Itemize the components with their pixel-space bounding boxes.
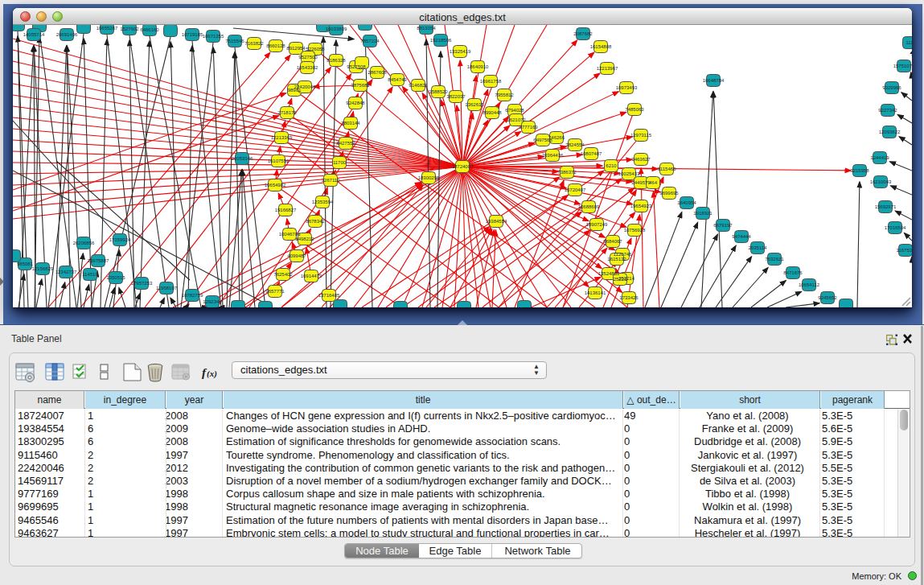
svg-text:12973115: 12973115	[630, 133, 652, 138]
svg-text:16543382: 16543382	[297, 65, 318, 70]
svg-text:15720407: 15720407	[565, 187, 586, 192]
svg-text:1918921: 1918921	[693, 211, 713, 216]
svg-text:19384554: 19384554	[486, 219, 507, 224]
svg-text:16961758: 16961758	[480, 79, 502, 84]
svg-text:15692971: 15692971	[875, 204, 897, 209]
svg-text:1167533: 1167533	[897, 248, 912, 253]
svg-text:114519: 114519	[82, 272, 98, 277]
svg-text:1615132: 1615132	[607, 257, 626, 262]
svg-text:12353594: 12353594	[312, 200, 334, 204]
svg-text:8813054: 8813054	[417, 26, 436, 31]
svg-text:7386372: 7386372	[557, 170, 577, 175]
svg-text:1350515: 1350515	[106, 275, 125, 280]
svg-text:111: 111	[906, 40, 912, 45]
svg-text:10654112: 10654112	[799, 282, 820, 287]
svg-text:9527500: 9527500	[298, 55, 318, 60]
svg-text:8427552: 8427552	[336, 141, 355, 146]
svg-text:1527602: 1527602	[120, 27, 139, 31]
svg-text:1588520: 1588520	[429, 89, 448, 94]
svg-text:2803144: 2803144	[341, 121, 360, 126]
svg-text:9242848: 9242848	[346, 101, 365, 105]
svg-text:17957253: 17957253	[131, 281, 153, 286]
svg-text:9146821: 9146821	[409, 83, 428, 88]
svg-text:12093822: 12093822	[879, 130, 901, 134]
svg-text:7857224: 7857224	[360, 39, 380, 43]
svg-text:19218506: 19218506	[430, 38, 452, 43]
svg-text:19166827: 19166827	[275, 208, 297, 212]
svg-text:6679197: 6679197	[713, 223, 733, 228]
svg-text:20053346: 20053346	[232, 156, 253, 161]
svg-text:15751074: 15751074	[893, 64, 912, 68]
svg-text:22420046: 22420046	[294, 84, 316, 89]
svg-text:985081: 985081	[17, 262, 34, 266]
svg-text:9115460: 9115460	[658, 167, 677, 171]
svg-text:9684067: 9684067	[603, 239, 622, 244]
svg-text:9699695: 9699695	[659, 191, 679, 196]
svg-text:9657771: 9657771	[265, 289, 285, 294]
svg-text:16154808: 16154808	[590, 44, 612, 49]
svg-text:6794028: 6794028	[505, 108, 524, 113]
svg-text:9329966: 9329966	[882, 85, 901, 90]
svg-text:14055714: 14055714	[23, 32, 45, 37]
svg-text:2087682: 2087682	[573, 31, 593, 36]
svg-text:20364436: 20364436	[542, 153, 564, 158]
svg-text:464: 464	[649, 180, 658, 185]
svg-text:2935114: 2935114	[749, 245, 768, 250]
svg-text:10807487: 10807487	[581, 151, 602, 156]
svg-text:3824554: 3824554	[565, 142, 585, 147]
svg-text:13524851: 13524851	[598, 271, 620, 276]
svg-text:16107552: 16107552	[268, 159, 290, 163]
svg-text:18907249: 18907249	[586, 222, 608, 227]
svg-text:7625402: 7625402	[273, 272, 293, 277]
svg-text:12342737: 12342737	[55, 270, 77, 274]
svg-text:5226058: 5226058	[306, 47, 325, 51]
svg-text:13325419: 13325419	[450, 49, 471, 54]
svg-text:1621072: 1621072	[507, 117, 526, 122]
svg-text:13716485: 13716485	[318, 293, 340, 298]
svg-text:16210043: 16210043	[870, 179, 892, 184]
svg-text:8990448: 8990448	[483, 110, 502, 115]
svg-text:10025433: 10025433	[618, 171, 640, 176]
svg-text:3267110: 3267110	[322, 178, 341, 183]
svg-text:19654923: 19654923	[630, 204, 652, 208]
svg-text:2449579: 2449579	[631, 180, 651, 185]
svg-text:12213967: 12213967	[597, 66, 618, 71]
svg-text:1244419: 1244419	[870, 155, 889, 160]
svg-text:18300295: 18300295	[418, 175, 440, 180]
svg-text:10671355: 10671355	[203, 34, 224, 39]
svg-text:18640910: 18640910	[467, 64, 489, 69]
svg-text:8660128: 8660128	[266, 43, 285, 48]
svg-text:1292344: 1292344	[203, 299, 222, 304]
svg-text:3822037: 3822037	[446, 94, 466, 99]
svg-text:16914479: 16914479	[301, 274, 322, 278]
svg-text:17359924: 17359924	[109, 237, 131, 242]
svg-text:26206856: 26206856	[73, 241, 95, 245]
svg-text:2718176: 2718176	[277, 110, 297, 115]
svg-text:14136141: 14136141	[585, 290, 606, 295]
svg-text:16648784: 16648784	[703, 78, 725, 83]
svg-text:17016504: 17016504	[885, 225, 906, 230]
svg-text:9527508: 9527508	[347, 64, 366, 69]
svg-text:10654982: 10654982	[265, 183, 286, 187]
svg-text:2867608: 2867608	[368, 70, 387, 75]
svg-text:1498212: 1498212	[295, 237, 314, 241]
svg-text:7955812: 7955812	[495, 93, 514, 97]
svg-text:9227342: 9227342	[878, 108, 897, 113]
svg-text:1640954: 1640954	[677, 200, 696, 205]
svg-text:7632621: 7632621	[765, 257, 784, 262]
svg-text:7163822: 7163822	[244, 41, 264, 46]
svg-text:8471676: 8471676	[783, 270, 803, 275]
svg-text:12213369: 12213369	[271, 135, 293, 140]
svg-text:18724007: 18724007	[452, 164, 474, 169]
svg-text:10719185: 10719185	[182, 32, 203, 37]
svg-text:7515546: 7515546	[225, 39, 244, 43]
svg-text:8454749: 8454749	[388, 77, 407, 82]
svg-text:8186328: 8186328	[326, 58, 346, 63]
svg-text:9777169: 9777169	[519, 125, 538, 130]
svg-text:3875685: 3875685	[351, 83, 370, 88]
svg-text:10973493: 10973493	[616, 85, 638, 90]
svg-text:6466160: 6466160	[140, 27, 159, 32]
svg-text:20975887: 20975887	[88, 258, 109, 263]
svg-text:20691406: 20691406	[56, 32, 78, 37]
svg-text:10782759: 10782759	[182, 293, 203, 298]
